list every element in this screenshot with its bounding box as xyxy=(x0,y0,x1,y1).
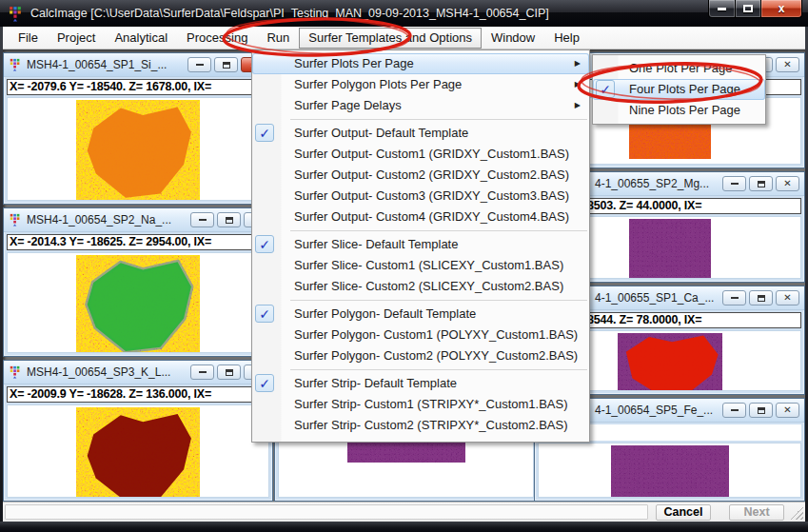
menu-item-label: Surfer Slice- Custom1 (SLICEXY_Custom1.B… xyxy=(294,258,563,272)
menu-item-surfer-output-default-template[interactable]: ✓Surfer Output- Default Template xyxy=(252,123,589,144)
menu-item-label: Surfer Slice- Custom2 (SLICEXY_Custom2.B… xyxy=(294,279,563,293)
menu-item-label: Surfer Polygon Plots Per Page xyxy=(294,77,462,91)
close-icon: ✕ xyxy=(783,293,791,303)
si-map-image xyxy=(76,100,200,201)
child-close-button[interactable]: ✕ xyxy=(776,176,799,191)
child-close-button[interactable]: ✕ xyxy=(776,403,799,418)
ca-map-image xyxy=(618,333,722,391)
menu-item-surfer-output-custom2-gridxy-custom2-bas[interactable]: Surfer Output- Custom2 (GRIDXY_Custom2.B… xyxy=(252,165,589,186)
cancel-button[interactable]: Cancel xyxy=(656,504,711,521)
checkmark-icon: ✓ xyxy=(255,305,274,323)
menubar-item-help[interactable]: Help xyxy=(544,28,589,49)
submenu-item-nine-plots-per-page[interactable]: Nine Plots Per Page xyxy=(593,100,765,121)
menu-item-surfer-plots-per-page[interactable]: Surfer Plots Per Page▶ xyxy=(252,53,589,74)
map-view[interactable] xyxy=(7,404,269,498)
menu-separator xyxy=(290,369,587,370)
menu-item-label: Surfer Output- Custom2 (GRIDXY_Custom2.B… xyxy=(294,167,569,182)
menubar-item-processing[interactable]: Processing xyxy=(177,28,257,49)
fe-map-image xyxy=(611,445,729,498)
menu-item-surfer-polygon-custom2-polyxy-custom2-bas[interactable]: Surfer Polygon- Custom2 (POLYXY_Custom2.… xyxy=(252,345,589,366)
child-maximize-button[interactable] xyxy=(217,212,241,227)
maximize-icon xyxy=(758,407,765,414)
minimize-icon xyxy=(718,8,726,10)
surfer-templates-menu: Surfer Plots Per Page▶Surfer Polygon Plo… xyxy=(251,49,590,443)
child-minimize-button[interactable] xyxy=(722,403,746,418)
menubar-item-surfer-templates-and-options[interactable]: Surfer Templates and Options xyxy=(299,28,482,49)
child-maximize-button[interactable] xyxy=(749,176,773,191)
menu-item-surfer-output-custom1-gridxy-custom1-bas[interactable]: Surfer Output- Custom1 (GRIDXY_Custom1.B… xyxy=(252,144,589,165)
menu-item-surfer-polygon-plots-per-page[interactable]: Surfer Polygon Plots Per Page▶ xyxy=(252,74,589,95)
child-close-button[interactable]: ✕ xyxy=(776,57,799,72)
status-message-pane xyxy=(5,504,648,520)
child-title-bar[interactable]: MSH4-1_00654_SP3_K_L...✕ xyxy=(4,361,272,384)
child-minimize-button[interactable] xyxy=(187,57,211,72)
child-window-icon xyxy=(9,213,22,227)
child-window-msh4-1-00654-sp3-k-l: MSH4-1_00654_SP3_K_L...✕X= -2009.9 Y= -1… xyxy=(3,360,273,502)
child-maximize-button[interactable] xyxy=(749,403,773,418)
menu-item-label: One Plot Per Page xyxy=(629,61,732,75)
maximize-icon xyxy=(223,62,230,69)
close-button[interactable]: x xyxy=(761,0,802,18)
maximize-button[interactable] xyxy=(736,0,761,18)
child-minimize-button[interactable] xyxy=(722,290,746,305)
menubar-item-run[interactable]: Run xyxy=(257,28,299,49)
child-close-button[interactable]: ✕ xyxy=(776,290,799,305)
close-icon: ✕ xyxy=(783,405,791,415)
child-title-bar[interactable]: MSH4-1_00654_SP1_Si_...✕ xyxy=(4,53,272,77)
submenu-item-four-plots-per-page[interactable]: ✓Four Plots Per Page xyxy=(593,79,765,100)
status-bar: Cancel Next xyxy=(3,502,805,522)
menubar-item-file[interactable]: File xyxy=(9,28,48,49)
menu-item-label: Surfer Page Delays xyxy=(294,98,402,112)
menu-item-surfer-slice-custom2-slicexy-custom2-bas[interactable]: Surfer Slice- Custom2 (SLICEXY_Custom2.B… xyxy=(252,276,589,297)
map-view[interactable] xyxy=(538,443,801,498)
menu-item-surfer-polygon-default-template[interactable]: ✓Surfer Polygon- Default Template xyxy=(252,304,589,325)
menu-separator xyxy=(290,230,587,231)
minimize-icon xyxy=(731,297,739,299)
menu-item-surfer-strip-custom2-stripxy-custom2-bas[interactable]: Surfer Strip- Custom2 (STRIPXY*_Custom2.… xyxy=(252,415,589,436)
menu-item-label: Surfer Strip- Default Template xyxy=(294,376,457,390)
child-minimize-button[interactable] xyxy=(190,365,214,380)
child-window-title: MSH4-1_00654_SP2_Na_... xyxy=(27,213,190,227)
menu-item-surfer-polygon-custom1-polyxy-custom1-bas[interactable]: Surfer Polygon- Custom1 (POLYXY_Custom1.… xyxy=(252,325,589,345)
map-view[interactable] xyxy=(7,252,269,353)
maximize-icon xyxy=(226,369,233,376)
minimize-button[interactable] xyxy=(708,0,736,18)
child-maximize-button[interactable] xyxy=(214,57,238,72)
minimize-icon xyxy=(731,409,739,411)
minimize-icon xyxy=(196,64,204,66)
menu-separator xyxy=(290,300,587,301)
menu-item-surfer-slice-custom1-slicexy-custom1-bas[interactable]: Surfer Slice- Custom1 (SLICEXY_Custom1.B… xyxy=(252,255,589,276)
plots-per-page-submenu: One Plot Per Page✓Four Plots Per PageNin… xyxy=(592,54,766,125)
submenu-item-one-plot-per-page[interactable]: One Plot Per Page xyxy=(593,58,765,79)
menu-item-label: Surfer Strip- Custom2 (STRIPXY*_Custom2.… xyxy=(294,418,568,432)
menu-bar: FileProjectAnalyticalProcessingRunSurfer… xyxy=(3,27,805,49)
coordinate-readout: X= -2014.3 Y= -18625. Z= 2954.00, IX= xyxy=(7,234,269,250)
menu-item-surfer-output-custom4-gridxy-custom4-bas[interactable]: Surfer Output- Custom4 (GRIDXY_Custom4.B… xyxy=(252,207,589,227)
checkmark-icon: ✓ xyxy=(255,374,274,392)
menu-item-surfer-slice-default-template[interactable]: ✓Surfer Slice- Default Template xyxy=(252,234,589,255)
child-title-bar[interactable]: MSH4-1_00654_SP2_Na_...✕ xyxy=(4,208,272,232)
map-view[interactable] xyxy=(7,97,269,201)
checkmark-icon: ✓ xyxy=(255,235,274,253)
menubar-item-window[interactable]: Window xyxy=(482,28,544,49)
menu-item-surfer-output-custom3-gridxy-custom3-bas[interactable]: Surfer Output- Custom3 (GRIDXY_Custom3.B… xyxy=(252,186,589,207)
menubar-item-project[interactable]: Project xyxy=(48,28,105,49)
minimize-icon xyxy=(199,219,207,221)
menu-item-label: Surfer Plots Per Page xyxy=(294,56,414,70)
child-minimize-button[interactable] xyxy=(190,212,214,227)
child-maximize-button[interactable] xyxy=(217,365,241,380)
menu-item-label: Surfer Slice- Default Template xyxy=(294,237,458,251)
next-button[interactable]: Next xyxy=(729,504,784,521)
maximize-icon xyxy=(226,217,233,224)
submenu-arrow-icon: ▶ xyxy=(575,74,581,95)
app-icon xyxy=(8,6,24,22)
menu-item-surfer-strip-default-template[interactable]: ✓Surfer Strip- Default Template xyxy=(252,373,589,394)
menu-item-surfer-page-delays[interactable]: Surfer Page Delays▶ xyxy=(252,95,589,116)
child-maximize-button[interactable] xyxy=(749,290,773,305)
menubar-item-analytical[interactable]: Analytical xyxy=(105,28,177,49)
menu-item-surfer-strip-custom1-stripxy-custom1-bas[interactable]: Surfer Strip- Custom1 (STRIPXY*_Custom1.… xyxy=(252,394,589,415)
maximize-icon xyxy=(758,181,765,187)
child-minimize-button[interactable] xyxy=(722,176,746,191)
resize-grip-icon[interactable] xyxy=(790,506,803,520)
menu-item-label: Surfer Output- Custom4 (GRIDXY_Custom4.B… xyxy=(294,209,569,224)
